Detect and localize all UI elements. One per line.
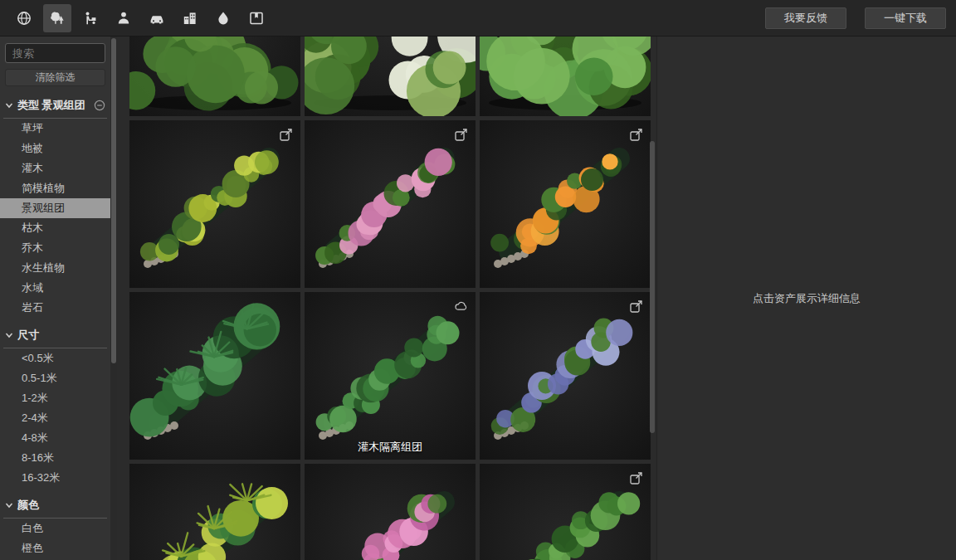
cloud-icon[interactable]: [454, 299, 469, 314]
search-input[interactable]: [5, 43, 105, 63]
filter-item[interactable]: 2-4米: [0, 408, 110, 428]
sidebar-filters: 清除筛选 类型 景观组团草坪地被灌木简模植物景观组团枯木乔木水生植物水域岩石尺寸…: [0, 37, 110, 560]
decal-icon[interactable]: [242, 4, 271, 32]
filter-section-title: 类型 景观组团: [17, 98, 85, 113]
filter-item[interactable]: 水域: [0, 278, 110, 298]
asset-thumbnail[interactable]: [129, 464, 300, 560]
filter-item[interactable]: 地被: [0, 139, 110, 158]
sidebar: 清除筛选 类型 景观组团草坪地被灌木简模植物景观组团枯木乔木水生植物水域岩石尺寸…: [0, 37, 117, 560]
chevron-down-icon: [5, 331, 13, 339]
filter-item[interactable]: 灌木: [0, 158, 110, 178]
export-icon[interactable]: [629, 127, 644, 142]
asset-grid: 灌木隔离组团: [129, 37, 651, 560]
feedback-button[interactable]: 我要反馈: [765, 7, 846, 29]
asset-thumbnail[interactable]: [480, 120, 651, 288]
asset-thumbnail[interactable]: [480, 464, 651, 560]
asset-thumbnail[interactable]: [480, 37, 651, 116]
filter-item[interactable]: 橙色: [0, 538, 110, 558]
filter-item[interactable]: 景观组团: [0, 198, 110, 218]
asset-thumbnail[interactable]: [305, 120, 476, 288]
water-icon[interactable]: [209, 4, 237, 32]
filter-sections: 类型 景观组团草坪地被灌木简模植物景观组团枯木乔木水生植物水域岩石尺寸<0.5米…: [0, 95, 110, 560]
globe-icon[interactable]: [10, 4, 38, 32]
sidebar-scrollbar[interactable]: [110, 37, 117, 560]
remove-filter-icon[interactable]: [94, 100, 105, 111]
filter-item[interactable]: 乔木: [0, 238, 110, 258]
filter-item[interactable]: 1-2米: [0, 388, 110, 408]
export-icon[interactable]: [454, 127, 469, 142]
download-button[interactable]: 一键下载: [865, 7, 946, 29]
clear-filters-button[interactable]: 清除筛选: [5, 69, 105, 86]
export-icon[interactable]: [629, 299, 644, 314]
asset-thumbnail[interactable]: [129, 37, 300, 116]
filter-section-title: 颜色: [17, 498, 39, 513]
filter-item[interactable]: 枯木: [0, 218, 110, 238]
asset-thumbnail[interactable]: [305, 37, 476, 116]
filter-section-header[interactable]: 类型 景观组团: [3, 95, 107, 119]
detail-panel: 点击资产展示详细信息: [656, 37, 956, 560]
chevron-down-icon: [5, 101, 13, 110]
filter-section-header[interactable]: 尺寸: [3, 324, 107, 348]
filter-item[interactable]: 草坪: [0, 119, 110, 139]
export-icon[interactable]: [629, 470, 644, 485]
filter-item[interactable]: 8-16米: [0, 448, 110, 468]
asset-thumbnail[interactable]: [305, 464, 476, 560]
toolbar-icons: [10, 4, 271, 32]
vegetation-icon[interactable]: [43, 4, 71, 32]
vehicle-icon[interactable]: [143, 4, 171, 32]
export-icon[interactable]: [279, 127, 294, 142]
filter-item[interactable]: 岩石: [0, 298, 110, 318]
asset-thumbnail[interactable]: 灌木隔离组团: [305, 292, 476, 460]
filter-item[interactable]: 16-32米: [0, 468, 110, 488]
asset-label: 灌木隔离组团: [305, 440, 476, 455]
architecture-icon[interactable]: [176, 4, 204, 32]
chevron-down-icon: [5, 501, 13, 509]
people-icon[interactable]: [110, 4, 138, 32]
filter-item[interactable]: 白色: [0, 519, 110, 538]
asset-thumbnail[interactable]: [129, 292, 300, 460]
asset-thumbnail[interactable]: [480, 292, 651, 460]
gardener-icon[interactable]: [76, 4, 105, 32]
filter-item[interactable]: 简模植物: [0, 178, 110, 198]
filter-item[interactable]: <0.5米: [0, 348, 110, 368]
detail-placeholder-text: 点击资产展示详细信息: [753, 291, 861, 306]
filter-item[interactable]: 水生植物: [0, 258, 110, 278]
filter-item[interactable]: 0.5-1米: [0, 368, 110, 388]
grid-scrollbar[interactable]: [649, 37, 656, 560]
filter-section-title: 尺寸: [17, 328, 39, 343]
filter-item[interactable]: 4-8米: [0, 428, 110, 448]
filter-section-header[interactable]: 颜色: [3, 494, 107, 519]
asset-grid-area: 灌木隔离组团: [117, 37, 656, 560]
toolbar: 我要反馈 一键下载: [0, 0, 956, 37]
grid-scrollbar-thumb[interactable]: [650, 141, 655, 433]
sidebar-scrollbar-thumb[interactable]: [111, 38, 116, 363]
asset-thumbnail[interactable]: [129, 120, 300, 288]
